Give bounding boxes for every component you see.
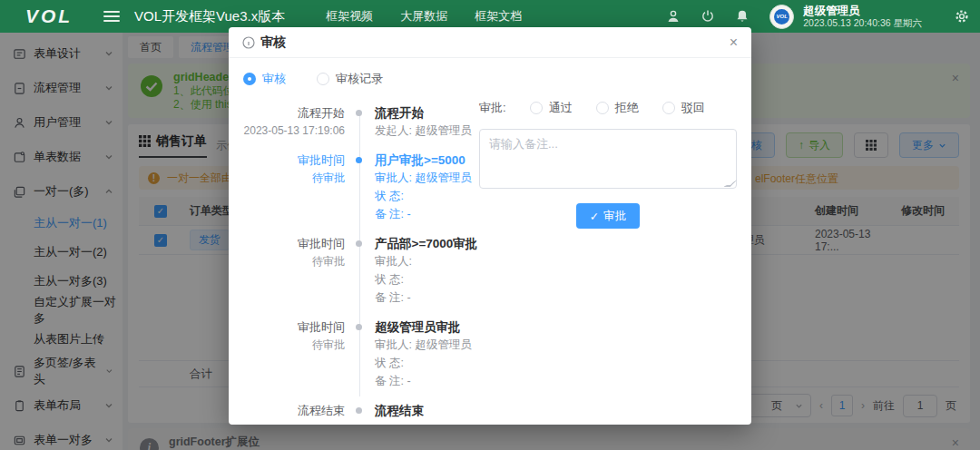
timeline-dot: [356, 407, 362, 414]
radio-pass[interactable]: 通过: [530, 100, 573, 116]
approval-label: 审批:: [479, 100, 506, 116]
remark-textarea[interactable]: [479, 129, 737, 189]
user-datetime: 2023.05.13 20:40:36 星期六: [803, 17, 922, 28]
flow-step-user-audit: 审批时间 待审批 用户审批>=5000 审批人: 超级管理员 状 态: 备 注:…: [243, 152, 481, 222]
submit-audit-button[interactable]: ✓ 审批: [576, 203, 640, 229]
app-title: VOL开发框架Vue3.x版本: [134, 8, 285, 25]
audit-modal: 审核 × 审核 审核记录 流程开始 2023-05-13 17:19:06 流程…: [229, 27, 751, 425]
audit-mode-radios: 审核 审核记录: [243, 71, 737, 87]
modal-close-icon[interactable]: ×: [730, 35, 738, 50]
radio-dot: [317, 73, 329, 85]
flow-step-start: 流程开始 2023-05-13 17:19:06 流程开始 发起人: 超级管理员: [243, 105, 481, 139]
check-icon: ✓: [590, 210, 599, 223]
timeline-dot: [356, 324, 362, 330]
settings-gear-icon[interactable]: [955, 9, 969, 24]
user-name: 超级管理员: [803, 5, 922, 17]
radio-audit-records[interactable]: 审核记录: [317, 71, 383, 87]
timeline-dot: [356, 240, 362, 247]
bell-icon[interactable]: [735, 9, 750, 24]
timeline-dot: [356, 110, 362, 116]
radio-dot: [596, 102, 609, 114]
flow-step-admin-audit: 审批时间 待审批 超级管理员审批 审批人: 超级管理员 状 态: 备 注: -: [243, 319, 481, 389]
radio-dot: [243, 73, 256, 85]
approval-flow-timeline: 流程开始 2023-05-13 17:19:06 流程开始 发起人: 超级管理员…: [243, 105, 481, 418]
modal-title: 审核: [260, 34, 286, 51]
power-icon[interactable]: [701, 9, 715, 24]
radio-dot: [662, 102, 675, 114]
timeline-dot: [356, 157, 362, 163]
approval-pane: 审批: 通过 拒绝 驳回 ✓ 审批: [479, 100, 737, 229]
modal-header: 审核 ×: [229, 27, 751, 58]
radio-reject[interactable]: 拒绝: [596, 100, 639, 116]
avatar[interactable]: VOL: [769, 5, 794, 29]
topbar-nav: 框架视频 大屏数据 框架文档: [326, 8, 522, 24]
user-info[interactable]: 超级管理员 2023.05.13 20:40:36 星期六: [803, 5, 922, 28]
flow-step-product-audit: 审批时间 待审批 产品部>=7000审批 审批人: 状 态: 备 注: -: [243, 236, 481, 306]
info-circle-icon: [242, 36, 255, 49]
nav-frame-video[interactable]: 框架视频: [326, 8, 373, 24]
modal-body: 审核 审核记录 流程开始 2023-05-13 17:19:06 流程开始 发起…: [229, 58, 751, 432]
radio-audit[interactable]: 审核: [243, 71, 286, 87]
radio-return[interactable]: 驳回: [662, 100, 705, 116]
user-icon[interactable]: [666, 9, 681, 24]
app-logo: VOL: [0, 5, 98, 27]
flow-step-end: 流程结束 流程结束: [243, 403, 481, 418]
nav-frame-docs[interactable]: 框架文档: [475, 8, 522, 24]
menu-toggle-icon[interactable]: [103, 8, 120, 24]
nav-big-screen[interactable]: 大屏数据: [400, 8, 447, 24]
radio-dot: [530, 102, 543, 114]
